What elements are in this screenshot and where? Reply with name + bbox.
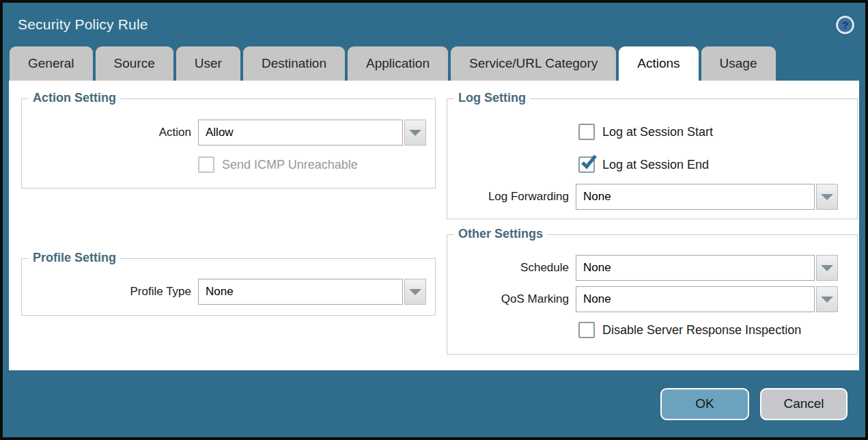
profile-setting-group: Profile Setting Profile Type None [21, 258, 436, 316]
chevron-down-icon [821, 194, 833, 200]
dialog-footer: OK Cancel [3, 370, 865, 437]
tab-application[interactable]: Application [348, 46, 448, 81]
ok-button[interactable]: OK [660, 388, 749, 420]
qos-marking-dropdown-button[interactable] [816, 286, 838, 312]
tab-user[interactable]: User [176, 46, 240, 81]
chevron-down-icon [821, 265, 833, 271]
profile-type-dropdown-value[interactable]: None [198, 279, 403, 305]
log-setting-legend: Log Setting [454, 91, 530, 105]
tab-bar: General Source User Destination Applicat… [3, 46, 865, 81]
schedule-label: Schedule [447, 261, 569, 275]
send-icmp-unreachable-label: Send ICMP Unreachable [222, 158, 358, 172]
actions-tab-panel: Action Setting Action Allow Send ICMP Un… [9, 81, 859, 370]
qos-marking-dropdown: None [576, 286, 838, 312]
cancel-button[interactable]: Cancel [760, 388, 848, 420]
other-settings-group: Other Settings Schedule None QoS Marking… [447, 234, 858, 355]
title-bar: Security Policy Rule ? [3, 3, 865, 46]
send-icmp-unreachable-row: Send ICMP Unreachable [198, 156, 435, 173]
tab-general[interactable]: General [10, 46, 93, 81]
chevron-down-icon [409, 289, 421, 295]
action-dropdown: Allow [198, 120, 426, 146]
action-setting-legend: Action Setting [29, 91, 120, 105]
schedule-dropdown: None [576, 255, 838, 281]
profile-type-dropdown-button[interactable] [404, 279, 426, 305]
log-forwarding-label: Log Forwarding [447, 190, 569, 204]
log-at-session-start-checkbox[interactable] [578, 124, 595, 140]
log-forwarding-dropdown-button[interactable] [816, 184, 838, 210]
tab-service-url-category[interactable]: Service/URL Category [451, 46, 616, 81]
help-icon[interactable]: ? [836, 16, 854, 34]
action-setting-group: Action Setting Action Allow Send ICMP Un… [21, 98, 436, 189]
disable-server-response-inspection-label: Disable Server Response Inspection [602, 323, 801, 338]
log-at-session-end-label: Log at Session End [602, 158, 709, 172]
tab-usage[interactable]: Usage [701, 46, 776, 81]
log-at-session-start-row: Log at Session Start [578, 124, 857, 140]
send-icmp-unreachable-checkbox [198, 156, 214, 173]
tab-actions[interactable]: Actions [619, 46, 698, 81]
log-forwarding-dropdown: None [576, 184, 838, 210]
action-row: Action Allow [22, 120, 435, 146]
profile-type-dropdown: None [198, 279, 426, 305]
log-at-session-end-checkbox[interactable] [578, 156, 595, 173]
schedule-row: Schedule None [447, 255, 857, 281]
log-at-session-end-row: Log at Session End [578, 156, 857, 173]
disable-server-response-inspection-checkbox[interactable] [578, 322, 595, 338]
profile-type-label: Profile Type [22, 285, 191, 299]
qos-marking-dropdown-value[interactable]: None [576, 286, 815, 312]
disable-server-response-inspection-row: Disable Server Response Inspection [578, 322, 857, 338]
other-settings-legend: Other Settings [454, 227, 547, 241]
tab-destination[interactable]: Destination [243, 46, 345, 81]
dialog-title: Security Policy Rule [18, 16, 148, 33]
check-icon [580, 153, 598, 171]
action-dropdown-value[interactable]: Allow [198, 120, 403, 146]
log-forwarding-row: Log Forwarding None [447, 184, 857, 210]
qos-marking-row: QoS Marking None [447, 286, 857, 312]
profile-setting-legend: Profile Setting [29, 251, 120, 265]
profile-type-row: Profile Type None [22, 279, 435, 305]
log-setting-group: Log Setting Log at Session Start Log at … [447, 98, 858, 219]
log-forwarding-dropdown-value[interactable]: None [576, 184, 815, 210]
schedule-dropdown-button[interactable] [816, 255, 838, 281]
security-policy-rule-dialog: Security Policy Rule ? General Source Us… [0, 0, 868, 440]
schedule-dropdown-value[interactable]: None [576, 255, 815, 281]
chevron-down-icon [821, 297, 833, 303]
action-dropdown-button[interactable] [404, 120, 426, 146]
tab-source[interactable]: Source [96, 46, 173, 81]
log-at-session-start-label: Log at Session Start [602, 125, 713, 139]
chevron-down-icon [409, 130, 421, 136]
qos-marking-label: QoS Marking [447, 292, 569, 306]
action-label: Action [22, 126, 191, 139]
